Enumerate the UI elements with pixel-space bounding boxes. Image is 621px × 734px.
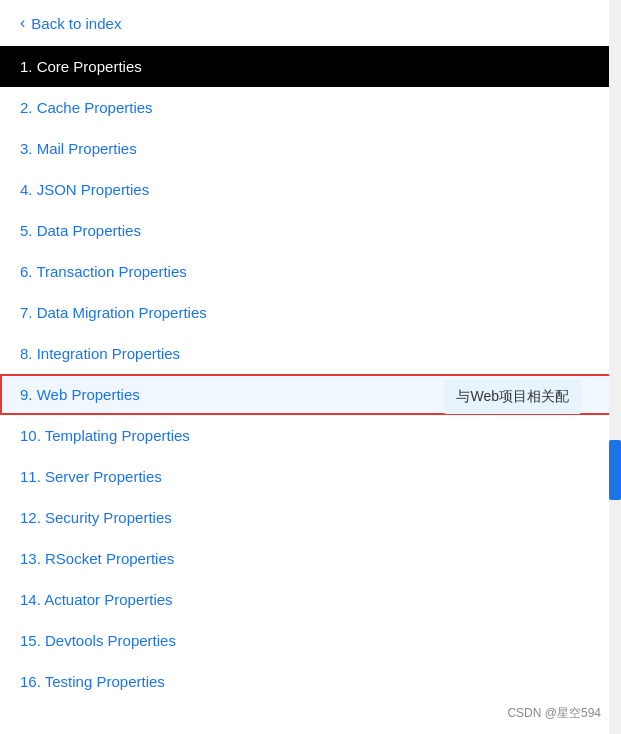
nav-item-item-5[interactable]: 5. Data Properties	[0, 210, 621, 251]
main-container: ‹ Back to index 1. Core Properties2. Cac…	[0, 0, 621, 734]
nav-item-label: 4. JSON Properties	[20, 181, 149, 198]
nav-item-item-11[interactable]: 11. Server Properties	[0, 456, 621, 497]
nav-item-item-2[interactable]: 2. Cache Properties	[0, 87, 621, 128]
nav-item-label: 12. Security Properties	[20, 509, 172, 526]
nav-item-item-8[interactable]: 8. Integration Properties	[0, 333, 621, 374]
nav-item-label: 9. Web Properties	[20, 386, 140, 403]
nav-item-label: 2. Cache Properties	[20, 99, 153, 116]
nav-item-item-10[interactable]: 10. Templating Properties	[0, 415, 621, 456]
nav-item-item-12[interactable]: 12. Security Properties	[0, 497, 621, 538]
nav-item-item-15[interactable]: 15. Devtools Properties	[0, 620, 621, 661]
nav-item-label: 1. Core Properties	[20, 58, 142, 75]
back-link-label: Back to index	[31, 15, 121, 32]
nav-item-item-13[interactable]: 13. RSocket Properties	[0, 538, 621, 579]
nav-item-label: 16. Testing Properties	[20, 673, 165, 690]
nav-item-item-7[interactable]: 7. Data Migration Properties	[0, 292, 621, 333]
nav-item-label: 8. Integration Properties	[20, 345, 180, 362]
nav-item-item-4[interactable]: 4. JSON Properties	[0, 169, 621, 210]
tooltip-text: 与Web项目相关配	[456, 388, 569, 404]
scrollbar-thumb[interactable]	[609, 440, 621, 500]
nav-item-label: 11. Server Properties	[20, 468, 162, 485]
nav-item-label: 15. Devtools Properties	[20, 632, 176, 649]
nav-item-label: 6. Transaction Properties	[20, 263, 187, 280]
nav-item-item-6[interactable]: 6. Transaction Properties	[0, 251, 621, 292]
nav-item-label: 14. Actuator Properties	[20, 591, 173, 608]
nav-item-item-3[interactable]: 3. Mail Properties	[0, 128, 621, 169]
nav-item-item-16[interactable]: 16. Testing Properties	[0, 661, 621, 702]
scrollbar[interactable]	[609, 0, 621, 734]
nav-item-item-1[interactable]: 1. Core Properties	[0, 46, 621, 87]
nav-item-label: 7. Data Migration Properties	[20, 304, 207, 321]
nav-item-label: 10. Templating Properties	[20, 427, 190, 444]
watermark: CSDN @星空594	[507, 705, 601, 722]
chevron-left-icon: ‹	[20, 14, 25, 32]
tooltip-box: 与Web项目相关配	[444, 380, 581, 414]
nav-item-label: 5. Data Properties	[20, 222, 141, 239]
back-link[interactable]: ‹ Back to index	[0, 0, 621, 46]
nav-item-label: 3. Mail Properties	[20, 140, 137, 157]
nav-item-label: 13. RSocket Properties	[20, 550, 174, 567]
nav-item-item-14[interactable]: 14. Actuator Properties	[0, 579, 621, 620]
